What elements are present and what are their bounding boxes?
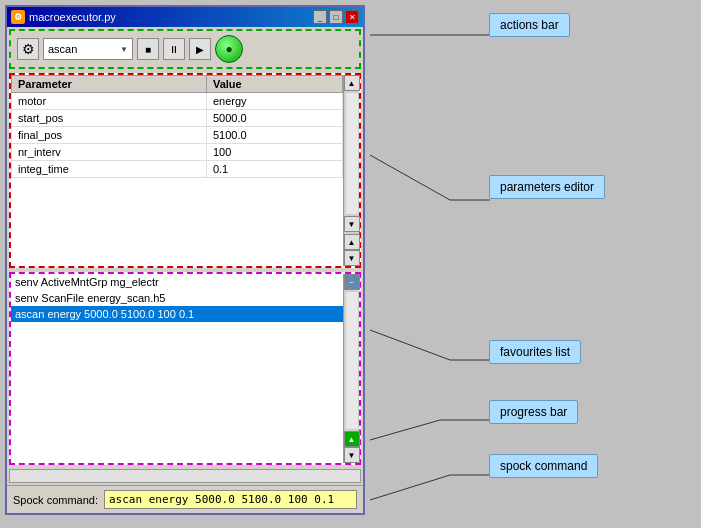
favourites-scrollbar: − ▲ ▼ (343, 274, 359, 463)
param-col-header: Parameter (12, 76, 207, 93)
params-table: Parameter Value motorenergystart_pos5000… (11, 75, 343, 178)
progress-section (9, 469, 361, 483)
title-bar: ⚙ macroexecutor.py _ □ ✕ (7, 7, 363, 27)
params-scroll-up2[interactable]: ▲ (344, 234, 360, 250)
spock-input[interactable] (104, 490, 357, 509)
annotation-spock-command: spock command (489, 454, 598, 478)
param-value: 5000.0 (206, 110, 342, 127)
macro-dropdown[interactable]: ascan ▼ (43, 38, 133, 60)
macro-name: ascan (48, 43, 77, 55)
annotation-progress-bar: progress bar (489, 400, 578, 424)
list-item[interactable]: senv ScanFile energy_scan.h5 (11, 290, 343, 306)
fav-scroll-minus[interactable]: − (344, 274, 360, 290)
param-value: energy (206, 93, 342, 110)
param-name: nr_interv (12, 144, 207, 161)
param-name: start_pos (12, 110, 207, 127)
window-title: macroexecutor.py (29, 11, 116, 23)
favourites-list-area: senv ActiveMntGrp mg_electrsenv ScanFile… (11, 274, 343, 463)
dropdown-arrow-icon: ▼ (120, 45, 128, 54)
favourites-section: senv ActiveMntGrp mg_electrsenv ScanFile… (9, 272, 361, 465)
params-scroll-track (345, 92, 359, 215)
play-button[interactable]: ▶ (189, 38, 211, 60)
param-value: 100 (206, 144, 342, 161)
params-inner: Parameter Value motorenergystart_pos5000… (11, 75, 359, 266)
actions-bar: ⚙ ascan ▼ ■ ⏸ ▶ ● (9, 29, 361, 69)
params-scroll-down[interactable]: ▼ (344, 216, 360, 232)
table-row[interactable]: motorenergy (12, 93, 343, 110)
favourites-inner: senv ActiveMntGrp mg_electrsenv ScanFile… (11, 274, 359, 463)
svg-line-1 (370, 155, 450, 200)
title-bar-left: ⚙ macroexecutor.py (11, 10, 116, 24)
table-row[interactable]: integ_time0.1 (12, 161, 343, 178)
param-value: 5100.0 (206, 127, 342, 144)
page-wrapper: ⚙ macroexecutor.py _ □ ✕ ⚙ ascan ▼ ■ ⏸ (0, 0, 701, 528)
params-scrollbar: ▲ ▼ ▲ ▼ (343, 75, 359, 266)
minimize-button[interactable]: _ (313, 10, 327, 24)
spock-section: Spock command: (7, 485, 363, 513)
app-icon: ⚙ (11, 10, 25, 24)
maximize-button[interactable]: □ (329, 10, 343, 24)
pause-icon: ⏸ (169, 44, 179, 55)
fav-scroll-down[interactable]: ▼ (344, 447, 360, 463)
main-window: ⚙ macroexecutor.py _ □ ✕ ⚙ ascan ▼ ■ ⏸ (5, 5, 365, 515)
list-item[interactable]: senv ActiveMntGrp mg_electr (11, 274, 343, 290)
param-name: motor (12, 93, 207, 110)
table-row[interactable]: nr_interv100 (12, 144, 343, 161)
svg-line-7 (370, 475, 450, 500)
param-name: integ_time (12, 161, 207, 178)
svg-line-5 (370, 420, 440, 440)
title-controls: _ □ ✕ (313, 10, 359, 24)
fav-scroll-track (345, 291, 359, 430)
spock-label: Spock command: (13, 494, 98, 506)
parameters-section: Parameter Value motorenergystart_pos5000… (9, 73, 361, 268)
gear-button[interactable]: ⚙ (17, 38, 39, 60)
annotation-actions-bar: actions bar (489, 13, 570, 37)
favourites-list: senv ActiveMntGrp mg_electrsenv ScanFile… (11, 274, 343, 322)
fav-scroll-up-green[interactable]: ▲ (344, 431, 360, 447)
params-scroll-down2[interactable]: ▼ (344, 250, 360, 266)
stop-button[interactable]: ■ (137, 38, 159, 60)
stop-icon: ■ (145, 44, 151, 55)
play-icon: ▶ (196, 44, 204, 55)
close-button[interactable]: ✕ (345, 10, 359, 24)
go-button[interactable]: ● (215, 35, 243, 63)
table-row[interactable]: start_pos5000.0 (12, 110, 343, 127)
gear-icon: ⚙ (22, 41, 35, 57)
table-row[interactable]: final_pos5100.0 (12, 127, 343, 144)
annotation-favourites-list: favourites list (489, 340, 581, 364)
value-col-header: Value (206, 76, 342, 93)
pause-button[interactable]: ⏸ (163, 38, 185, 60)
list-item[interactable]: ascan energy 5000.0 5100.0 100 0.1 (11, 306, 343, 322)
param-name: final_pos (12, 127, 207, 144)
params-table-area: Parameter Value motorenergystart_pos5000… (11, 75, 343, 266)
go-icon: ● (225, 42, 232, 56)
params-scroll-up[interactable]: ▲ (344, 75, 360, 91)
svg-line-3 (370, 330, 450, 360)
annotation-parameters-editor: parameters editor (489, 175, 605, 199)
param-value: 0.1 (206, 161, 342, 178)
